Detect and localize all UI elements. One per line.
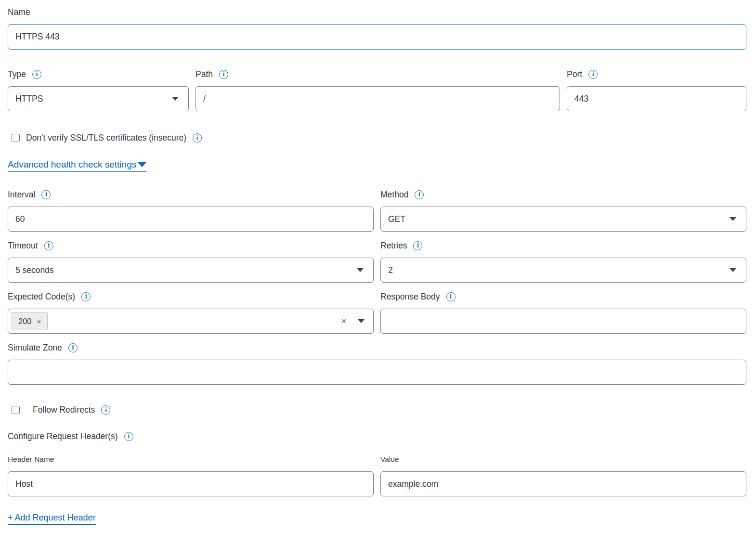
info-icon[interactable]: i [81, 292, 91, 301]
advanced-settings-row: Advanced health check settings [8, 159, 746, 174]
timeout-field: Timeout i 5 seconds [8, 240, 374, 283]
simulate-zone-field: Simulate Zone i [8, 342, 746, 385]
method-select[interactable]: GET [380, 207, 746, 232]
port-field: Port i [567, 69, 746, 111]
interval-input[interactable] [8, 207, 374, 232]
remove-tag-icon[interactable]: × [37, 317, 41, 325]
code-tag-value: 200 [18, 317, 32, 326]
info-icon[interactable]: i [124, 432, 133, 441]
info-icon[interactable]: i [413, 241, 422, 250]
simulate-zone-input[interactable] [8, 360, 746, 385]
interval-field: Interval i [8, 189, 374, 232]
port-input[interactable] [567, 86, 746, 111]
add-header-row: + Add Request Header [8, 513, 746, 526]
type-field: Type i HTTPS [8, 69, 189, 111]
health-check-form: Name Type i HTTPS Path i Port i [8, 0, 746, 533]
name-field: Name [8, 7, 746, 50]
codes-body-row: Expected Code(s) i 200 × × Response Body… [8, 291, 746, 334]
timeout-retries-row: Timeout i 5 seconds Retries i 2 [8, 240, 746, 283]
triangle-down-icon [138, 162, 146, 167]
type-path-port-row: Type i HTTPS Path i Port i [8, 69, 746, 111]
info-icon[interactable]: i [41, 190, 51, 199]
clear-all-icon[interactable]: × [341, 316, 346, 326]
info-icon[interactable]: i [44, 241, 53, 250]
expected-codes-label: Expected Code(s) [8, 292, 75, 302]
expected-codes-multiselect[interactable]: 200 × × [8, 309, 374, 334]
info-icon[interactable]: i [588, 70, 598, 79]
chevron-down-icon [358, 319, 365, 323]
info-icon[interactable]: i [219, 70, 228, 79]
chevron-down-icon [730, 217, 736, 221]
info-icon[interactable]: i [446, 292, 456, 301]
info-icon[interactable]: i [193, 133, 202, 143]
header-value-label: Value [380, 455, 399, 464]
port-label: Port [567, 69, 582, 79]
request-headers-title: Configure Request Header(s) [8, 431, 118, 442]
path-label: Path [196, 69, 213, 79]
retries-select[interactable]: 2 [380, 258, 746, 283]
header-name-label: Header Name [8, 455, 54, 464]
name-input[interactable] [8, 24, 746, 50]
type-select[interactable]: HTTPS [8, 86, 189, 111]
response-body-input[interactable] [380, 309, 746, 334]
path-field: Path i [196, 69, 560, 111]
response-body-field: Response Body i [380, 291, 746, 334]
name-label: Name [8, 7, 30, 17]
timeout-select[interactable]: 5 seconds [8, 258, 374, 283]
response-body-label: Response Body [380, 292, 440, 302]
ssl-verify-checkbox-row: Don't verify SSL/TLS certificates (insec… [12, 133, 746, 143]
follow-redirects-checkbox[interactable] [12, 406, 20, 414]
header-name-input[interactable] [8, 471, 374, 496]
interval-method-row: Interval i Method i GET [8, 189, 746, 232]
follow-redirects-row: Follow Redirects i [12, 405, 746, 415]
retries-field: Retries i 2 [380, 240, 746, 283]
chevron-down-icon [730, 268, 736, 272]
advanced-settings-link-label: Advanced health check settings [8, 159, 136, 170]
chevron-down-icon [357, 268, 364, 272]
expected-codes-field: Expected Code(s) i 200 × × [8, 291, 374, 334]
info-icon[interactable]: i [68, 343, 78, 352]
retries-select-value: 2 [388, 265, 730, 275]
header-name-field: Header Name [8, 442, 374, 496]
type-select-value: HTTPS [15, 94, 172, 104]
method-label: Method [380, 190, 408, 200]
advanced-settings-link[interactable]: Advanced health check settings [8, 159, 146, 172]
add-request-header-link[interactable]: + Add Request Header [8, 513, 96, 525]
simulate-zone-label: Simulate Zone [8, 343, 62, 353]
ssl-verify-checkbox[interactable] [12, 134, 20, 142]
path-input[interactable] [196, 86, 560, 111]
header-value-input[interactable] [380, 471, 746, 496]
info-icon[interactable]: i [101, 405, 110, 415]
interval-label: Interval [8, 190, 35, 200]
timeout-label: Timeout [8, 241, 38, 251]
request-headers-section: Configure Request Header(s) i [8, 430, 746, 442]
type-label: Type [8, 69, 26, 79]
follow-redirects-label: Follow Redirects [33, 405, 95, 415]
ssl-verify-label: Don't verify SSL/TLS certificates (insec… [26, 133, 186, 143]
method-select-value: GET [388, 214, 730, 224]
chevron-down-icon [172, 97, 179, 101]
method-field: Method i GET [380, 189, 746, 232]
retries-label: Retries [380, 241, 407, 251]
header-row: Header Name Value [8, 442, 746, 496]
header-value-field: Value [380, 442, 746, 496]
timeout-select-value: 5 seconds [15, 265, 357, 275]
info-icon[interactable]: i [32, 70, 41, 79]
code-tag: 200 × [12, 312, 48, 330]
info-icon[interactable]: i [415, 190, 424, 199]
